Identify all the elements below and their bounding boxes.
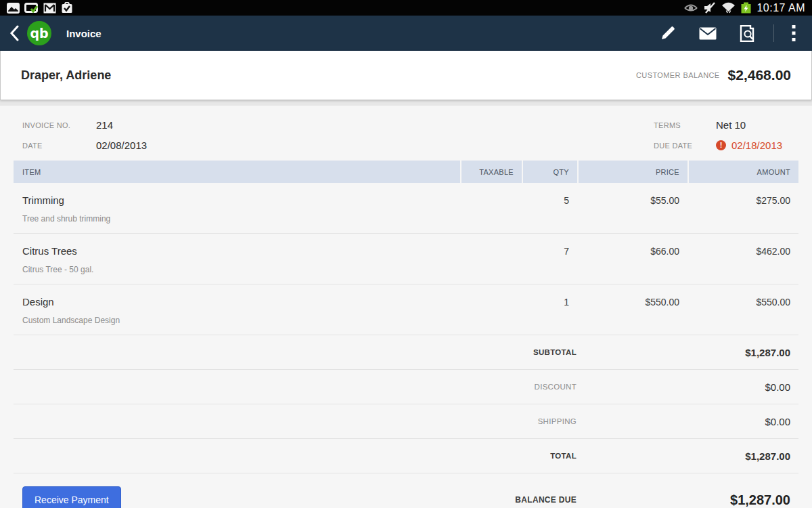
item-amount: $275.00 — [687, 193, 798, 224]
shipping-row[interactable]: SHIPPING $0.00 — [14, 404, 798, 439]
customer-header-card[interactable]: Draper, Adriene CUSTOMER BALANCE $2,468.… — [0, 51, 812, 100]
back-chevron-icon — [9, 25, 19, 41]
edit-pencil-icon — [660, 25, 676, 41]
navbar-divider — [773, 24, 774, 42]
receive-payment-button[interactable]: Receive Payment — [22, 486, 121, 508]
total-row: TOTAL $1,287.00 — [14, 439, 798, 473]
screenshot-check-icon — [24, 3, 39, 14]
status-bar-clock: 10:17 AM — [757, 2, 805, 14]
email-envelope-icon — [699, 27, 717, 40]
item-description: Custom Landscape Design — [22, 316, 461, 325]
column-header-item: ITEM — [14, 161, 460, 183]
item-name: Citrus Trees — [22, 245, 461, 257]
discount-label: DISCOUNT — [14, 383, 577, 391]
due-date-label: DUE DATE — [654, 142, 706, 150]
email-button[interactable] — [692, 23, 723, 44]
item-name: Trimming — [22, 194, 461, 206]
gallery-icon — [7, 3, 20, 14]
gmail-icon — [43, 3, 56, 14]
edit-button[interactable] — [653, 21, 683, 45]
item-qty: 1 — [523, 295, 577, 325]
customer-balance-label: CUSTOMER BALANCE — [636, 71, 720, 79]
line-items-header: ITEM TAXABLE QTY PRICE AMOUNT — [14, 161, 798, 183]
shipping-value: $0.00 — [577, 416, 798, 427]
column-header-taxable: TAXABLE — [461, 161, 522, 183]
item-description: Citrus Tree - 50 gal. — [22, 265, 461, 274]
terms-label: TERMS — [654, 121, 706, 129]
item-qty: 5 — [523, 193, 577, 224]
item-price: $66.00 — [577, 244, 687, 274]
shipping-label: SHIPPING — [14, 417, 577, 425]
balance-due-value: $1,287.00 — [577, 492, 798, 508]
status-bar-notifications — [7, 2, 73, 14]
item-taxable — [461, 295, 523, 325]
item-price: $55.00 — [577, 193, 687, 224]
overflow-menu-icon — [792, 25, 796, 41]
clipboard-check-icon — [61, 2, 73, 14]
subtotal-value: $1,287.00 — [577, 347, 798, 358]
item-name: Design — [22, 296, 461, 308]
invoice-no-value: 214 — [96, 119, 147, 131]
invoice-date-label: DATE — [22, 142, 87, 150]
overflow-menu-button[interactable] — [785, 21, 803, 45]
subtotal-row: SUBTOTAL $1,287.00 — [14, 335, 798, 370]
smart-stay-eye-icon — [683, 3, 698, 13]
quickbooks-logo: qb — [27, 21, 51, 45]
page-title: Invoice — [66, 28, 102, 39]
item-amount: $550.00 — [687, 295, 798, 325]
invoice-date-value: 02/08/2013 — [96, 140, 147, 151]
overdue-alert-icon: ! — [716, 140, 726, 150]
back-button[interactable] — [9, 22, 23, 44]
column-header-qty: QTY — [523, 161, 577, 183]
terms-value: Net 10 — [716, 119, 790, 131]
invoice-detail-panel: INVOICE NO. 214 DATE 02/08/2013 TERMS Ne… — [0, 106, 812, 508]
invoice-no-label: INVOICE NO. — [22, 121, 87, 129]
item-amount: $462.00 — [687, 244, 798, 274]
status-bar-system: 10:17 AM — [683, 2, 805, 14]
mute-icon — [703, 2, 717, 14]
discount-row[interactable]: DISCOUNT $0.00 — [14, 370, 798, 404]
customer-balance-value: $2,468.00 — [728, 67, 791, 83]
table-row[interactable]: Citrus Trees Citrus Tree - 50 gal. 7 $66… — [14, 234, 798, 284]
customer-name: Draper, Adriene — [21, 68, 111, 83]
status-bar: 10:17 AM — [0, 0, 812, 16]
discount-value: $0.00 — [577, 381, 798, 393]
table-row[interactable]: Trimming Tree and shrub trimming 5 $55.0… — [14, 183, 798, 234]
table-row[interactable]: Design Custom Landscape Design 1 $550.00… — [14, 284, 798, 335]
wifi-icon — [721, 2, 736, 14]
balance-due-row: Receive Payment BALANCE DUE $1,287.00 — [14, 473, 798, 508]
invoice-meta: INVOICE NO. 214 DATE 02/08/2013 TERMS Ne… — [14, 106, 798, 161]
battery-charging-icon — [740, 2, 752, 14]
due-date-value: 02/18/2013 — [731, 140, 782, 151]
subtotal-label: SUBTOTAL — [14, 348, 577, 356]
preview-button[interactable] — [733, 21, 763, 46]
column-header-amount: AMOUNT — [689, 161, 798, 183]
column-header-price: PRICE — [579, 161, 687, 183]
balance-due-label: BALANCE DUE — [121, 495, 577, 505]
total-label: TOTAL — [14, 452, 577, 460]
total-value: $1,287.00 — [577, 450, 798, 462]
item-taxable — [461, 244, 523, 274]
preview-document-icon — [740, 25, 756, 42]
navbar: qb Invoice — [0, 16, 812, 51]
item-description: Tree and shrub trimming — [22, 214, 461, 224]
item-taxable — [461, 193, 523, 224]
item-qty: 7 — [523, 244, 577, 274]
navbar-actions — [653, 21, 803, 46]
item-price: $550.00 — [577, 295, 687, 325]
